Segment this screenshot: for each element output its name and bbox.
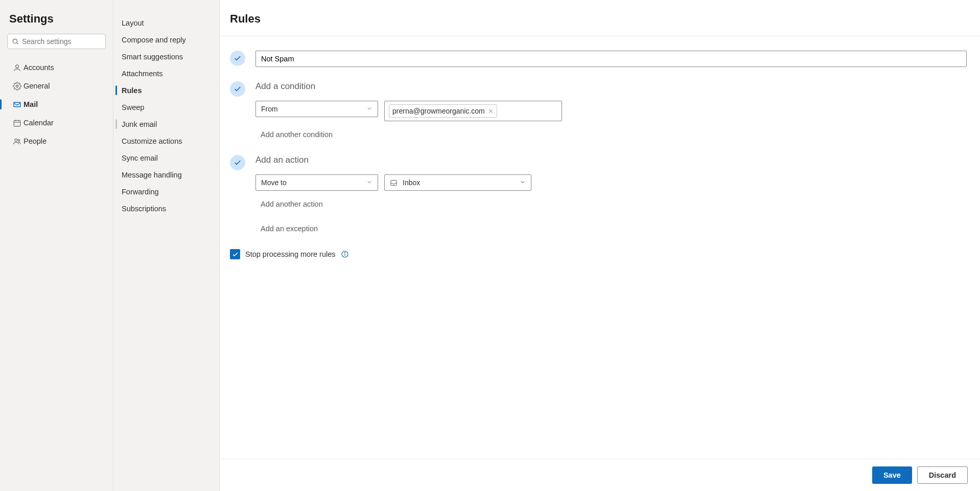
main-header: Rules [220,0,980,36]
subnav-sync-email[interactable]: Sync email [113,149,219,166]
add-exception-link[interactable]: Add an exception [261,222,318,235]
people-icon [10,137,24,146]
chevron-down-icon [520,178,526,187]
condition-section: Add a condition From prerna@growmeorgani… [230,81,967,141]
svg-rect-12 [391,180,396,185]
svg-rect-4 [14,120,20,126]
chip-text: prerna@growmeorganic.com [392,107,485,115]
rule-name-input[interactable] [255,51,967,67]
settings-sidebar: Settings Accounts General Mail Calendar … [0,0,113,491]
subnav-attachments[interactable]: Attachments [113,65,219,82]
step-complete-icon [230,51,245,66]
condition-field-dropdown[interactable]: From [255,101,378,117]
search-icon [12,38,19,45]
folder-name: Inbox [403,178,420,187]
chevron-down-icon [366,178,372,187]
action-heading: Add an action [255,155,967,165]
nav-label: Accounts [24,63,54,72]
step-complete-icon [230,155,245,170]
calendar-icon [10,119,24,127]
nav-mail[interactable]: Mail [7,95,106,114]
subnav-customize-actions[interactable]: Customize actions [113,132,219,149]
action-section: Add an action Move to Inbox [230,155,967,235]
subnav-rules[interactable]: Rules [113,82,219,99]
svg-point-3 [16,85,18,87]
nav-label: People [24,137,46,145]
action-field-dropdown[interactable]: Move to [255,174,378,191]
search-settings-input[interactable] [22,37,101,46]
svg-point-8 [14,139,17,141]
dropdown-value: Move to [261,178,287,187]
nav-label: Mail [24,100,38,108]
add-another-action-link[interactable]: Add another action [261,198,323,210]
discard-button[interactable]: Discard [917,466,968,484]
mail-icon [10,100,24,109]
rule-form: Add a condition From prerna@growmeorgani… [220,36,980,459]
step-complete-icon [230,81,245,97]
svg-point-9 [18,139,20,141]
remove-chip-icon[interactable] [488,108,494,114]
email-chip: prerna@growmeorganic.com [389,104,497,118]
gear-icon [10,82,24,91]
person-icon [10,63,24,72]
subnav-message-handling[interactable]: Message handling [113,166,219,183]
svg-point-15 [344,252,345,253]
subnav-junk-email[interactable]: Junk email [113,116,219,132]
subnav-smart-suggestions[interactable]: Smart suggestions [113,48,219,65]
page-title: Rules [230,12,980,26]
inbox-icon [390,179,398,187]
add-another-condition-link[interactable]: Add another condition [261,128,333,141]
nav-label: General [24,82,50,90]
info-icon[interactable] [341,250,349,258]
nav-calendar[interactable]: Calendar [7,114,106,132]
search-settings-box[interactable] [7,34,106,49]
svg-point-0 [13,39,17,43]
rules-editor: Rules Add a condition From [220,0,980,491]
dropdown-value: From [261,105,278,113]
mail-settings-subnav: Layout Compose and reply Smart suggestio… [113,0,220,491]
footer-actions: Save Discard [220,459,980,491]
action-folder-dropdown[interactable]: Inbox [384,174,531,191]
subnav-sweep[interactable]: Sweep [113,99,219,116]
rule-name-section [230,51,967,67]
nav-label: Calendar [24,119,54,127]
subnav-subscriptions[interactable]: Subscriptions [113,200,219,217]
nav-general[interactable]: General [7,77,106,95]
stop-processing-checkbox[interactable] [230,249,240,259]
condition-heading: Add a condition [255,81,967,92]
stop-processing-row: Stop processing more rules [230,249,967,259]
svg-line-1 [17,43,18,44]
subnav-layout[interactable]: Layout [113,14,219,31]
nav-accounts[interactable]: Accounts [7,58,106,77]
subnav-forwarding[interactable]: Forwarding [113,183,219,200]
nav-people[interactable]: People [7,132,106,150]
save-button[interactable]: Save [872,466,912,484]
stop-processing-label: Stop processing more rules [245,250,336,258]
svg-point-2 [15,64,18,68]
settings-title: Settings [9,12,106,26]
subnav-compose[interactable]: Compose and reply [113,31,219,48]
condition-value-input[interactable]: prerna@growmeorganic.com [384,101,562,121]
chevron-down-icon [366,105,372,113]
